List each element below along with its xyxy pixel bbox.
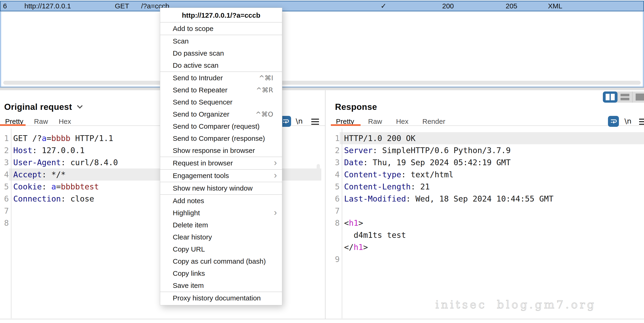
tab-raw[interactable]: Raw xyxy=(34,118,48,125)
code-line: 3Date: Thu, 19 Sep 2024 05:42:19 GMT xyxy=(331,156,644,168)
menu-item-label: Do passive scan xyxy=(173,49,277,57)
menu-item[interactable]: Add notes xyxy=(160,195,282,207)
show-newlines-toggle[interactable]: \n xyxy=(624,117,632,125)
menu-item-label: Copy URL xyxy=(173,245,277,253)
menu-item[interactable]: Send to Comparer (request) xyxy=(160,120,282,132)
menu-item-label: Send to Comparer (request) xyxy=(173,122,277,130)
menu-item[interactable]: Request in browser› xyxy=(160,157,282,169)
line-content: Content-type: text/html xyxy=(340,168,644,181)
code-line: 2Server: SimpleHTTP/0.6 Python/3.7.9 xyxy=(331,144,644,156)
menu-item[interactable]: Proxy history documentation xyxy=(160,292,282,304)
tab-raw[interactable]: Raw xyxy=(368,118,382,125)
menu-item-label: Copy as curl command (bash) xyxy=(173,257,277,265)
submenu-arrow-icon: › xyxy=(274,171,277,180)
selected-tab-underline xyxy=(0,124,26,126)
response-panel-title: Response xyxy=(335,102,377,113)
layout-columns-button[interactable] xyxy=(603,92,618,103)
menu-item[interactable]: Scan xyxy=(160,35,282,47)
row-cell-index: 6 xyxy=(3,2,7,11)
menu-item[interactable]: Do active scan xyxy=(160,59,282,72)
menu-shortcut: ^⌘R xyxy=(256,86,277,94)
menu-item-label: Do active scan xyxy=(173,62,277,69)
menu-item-label: Highlight xyxy=(173,209,274,217)
menu-item[interactable]: Copy as curl command (bash) xyxy=(160,255,282,267)
menu-item[interactable]: Save item xyxy=(160,279,282,291)
line-number: 7 xyxy=(331,206,340,215)
menu-item-label: Add to scope xyxy=(173,25,277,33)
horizontal-scrollbar[interactable] xyxy=(3,81,641,85)
bottom-divider xyxy=(0,319,644,319)
menu-item[interactable]: Send to Sequencer xyxy=(160,96,282,108)
page-title: Original request xyxy=(4,102,72,112)
menu-item[interactable]: Delete item xyxy=(160,219,282,231)
context-menu-title: http://127.0.0.1/?a=cccb xyxy=(160,9,282,22)
vertical-scrollbar-thumb[interactable] xyxy=(317,164,320,175)
line-number: 2 xyxy=(331,146,340,155)
tab-hex[interactable]: Hex xyxy=(58,118,71,125)
menu-item-label: Scan xyxy=(173,37,277,45)
menu-item[interactable]: Send to Comparer (response) xyxy=(160,132,282,145)
context-menu: http://127.0.0.1/?a=cccb Add to scopeSca… xyxy=(160,8,282,305)
menu-item[interactable]: Engagement tools› xyxy=(160,170,282,182)
layout-rows-button[interactable] xyxy=(618,92,632,103)
line-number: 3 xyxy=(331,158,340,167)
line-content xyxy=(340,205,644,217)
code-line: 7 xyxy=(331,205,644,217)
line-number: 3 xyxy=(0,158,9,167)
line-content: </h1> xyxy=(340,241,644,253)
editor-menu-icon[interactable] xyxy=(639,119,644,125)
line-content: Last-Modified: Wed, 18 Sep 2024 10:44:55… xyxy=(340,193,644,205)
word-wrap-toggle-icon[interactable] xyxy=(608,116,619,127)
menu-item[interactable]: Clear history xyxy=(160,231,282,243)
menu-item[interactable]: Copy links xyxy=(160,267,282,279)
response-panel: Response Pretty Raw Hex Render \n 1HTTP/… xyxy=(331,90,644,319)
menu-item-label: Copy links xyxy=(173,269,277,277)
menu-item-label: Send to Intruder xyxy=(173,74,259,82)
response-tabs-row: Pretty Raw Hex Render xyxy=(331,118,644,126)
show-newlines-toggle[interactable]: \n xyxy=(296,117,303,125)
splitter-horizontal[interactable] xyxy=(0,88,644,90)
menu-item[interactable]: Add to scope xyxy=(160,23,282,35)
line-number: 4 xyxy=(0,170,9,179)
row-cell-tls-check: ✓ xyxy=(380,2,386,11)
tab-hex[interactable]: Hex xyxy=(396,118,408,125)
editor-menu-icon[interactable] xyxy=(311,119,319,125)
layout-single-button[interactable] xyxy=(632,92,644,103)
line-content: d4m1ts test xyxy=(340,229,644,241)
menu-item[interactable]: Show new history window xyxy=(160,182,282,194)
menu-item-label: Proxy history documentation xyxy=(173,294,277,302)
menu-item-label: Show new history window xyxy=(173,184,277,192)
rows-icon xyxy=(620,94,629,100)
menu-item[interactable]: Copy URL xyxy=(160,243,282,255)
response-code-editor[interactable]: 1HTTP/1.0 200 OK2Server: SimpleHTTP/0.6 … xyxy=(331,128,644,318)
code-line: 9 xyxy=(331,253,644,265)
code-line: 6Last-Modified: Wed, 18 Sep 2024 10:44:5… xyxy=(331,193,644,205)
request-panel-title-dropdown[interactable]: Original request xyxy=(4,102,81,113)
menu-item-label: Send to Sequencer xyxy=(173,98,277,106)
menu-item-label: Show response in browser xyxy=(173,147,277,155)
menu-shortcut: ^⌘I xyxy=(259,74,277,82)
submenu-arrow-icon: › xyxy=(274,208,277,217)
menu-item[interactable]: Send to Intruder^⌘I xyxy=(160,72,282,84)
columns-icon xyxy=(611,94,615,100)
code-line: 1HTTP/1.0 200 OK xyxy=(331,132,644,144)
tab-render[interactable]: Render xyxy=(422,118,445,125)
menu-item[interactable]: Do passive scan xyxy=(160,47,282,59)
menu-item-label: Request in browser xyxy=(173,159,274,167)
table-row[interactable]: 6 http://127.0.0.1 GET /?a=cccb ✓ 200 20… xyxy=(0,1,644,12)
row-cell-length: 205 xyxy=(506,2,517,11)
menu-item-label: Send to Repeater xyxy=(173,86,256,94)
menu-item[interactable]: Highlight› xyxy=(160,207,282,219)
proxy-history-table: 6 http://127.0.0.1 GET /?a=cccb ✓ 200 20… xyxy=(0,0,644,88)
menu-item-label: Delete item xyxy=(173,221,277,229)
menu-item[interactable]: Send to Organizer^⌘O xyxy=(160,108,282,120)
menu-item[interactable]: Send to Repeater^⌘R xyxy=(160,84,282,96)
menu-item[interactable]: Show response in browser xyxy=(160,145,282,157)
line-number: 6 xyxy=(331,194,340,203)
wrap-glyph xyxy=(282,118,290,125)
layout-switcher xyxy=(603,92,644,103)
watermark: initsec blog.gm7.org xyxy=(436,298,596,311)
row-cell-method: GET xyxy=(115,2,129,11)
code-line: </h1> xyxy=(331,241,644,253)
single-pane-icon xyxy=(636,94,644,101)
